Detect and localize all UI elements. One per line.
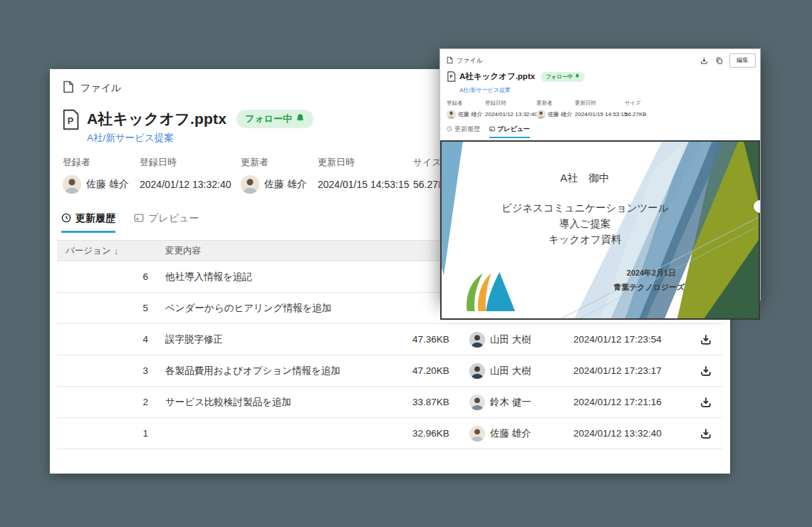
download-button[interactable] — [697, 425, 714, 442]
registrant-label: 登録者 — [447, 100, 485, 107]
updater-name: 佐藤 雄介 — [548, 110, 572, 118]
row-datetime: 2024/01/12 17:21:16 — [569, 397, 689, 407]
registrant-name: 佐藤 雄介 — [86, 178, 129, 191]
row-size: 33.87KB — [404, 397, 469, 407]
avatar — [536, 110, 546, 119]
row-user: 鈴木 健一 — [469, 395, 569, 410]
avatar — [241, 175, 259, 194]
table-row: 3 各製品費用およびオプション情報を追加 47.20KB 山田 大樹 2024/… — [57, 355, 723, 387]
row-datetime: 2024/01/12 13:32:40 — [569, 428, 689, 439]
slide-title-line3: キックオフ資料 — [548, 234, 622, 245]
updater-value: 佐藤 雄介 — [241, 175, 318, 194]
tab-bar: 更新履歴 プレビュー — [447, 125, 760, 138]
app-title: ファイル — [80, 82, 121, 95]
row-version: 2 — [57, 397, 148, 407]
follow-label: フォロー中 — [245, 113, 292, 125]
file-meta: 登録者 佐藤 雄介 登録日時 2024/01/12 13:32:40 更新者 佐… — [447, 100, 760, 119]
row-description: 他社導入情報を追記 — [148, 271, 404, 283]
tab-preview[interactable]: プレビュー — [489, 125, 530, 138]
slide-canvas: A社 御中 ビジネスコミュニケーションツール 導入ご提案 キックオフ資料 202… — [440, 140, 760, 320]
svg-text:P: P — [449, 74, 452, 79]
row-size: 32.96KB — [404, 428, 469, 439]
row-datetime: 2024/01/12 17:23:17 — [569, 365, 689, 376]
row-user: 佐藤 雄介 — [469, 426, 569, 442]
updater-value: 佐藤 雄介 — [536, 110, 575, 119]
row-datetime: 2024/01/12 17:23:54 — [569, 334, 689, 345]
row-size: 47.36KB — [404, 334, 469, 345]
registrant-value: 佐藤 雄介 — [63, 175, 140, 194]
clock-icon — [447, 126, 452, 133]
file-name: A社キックオフ.pptx — [459, 71, 535, 82]
size-value: 56.27KB — [625, 110, 760, 119]
sort-desc-icon: ↓ — [114, 246, 119, 256]
updated-at-label: 更新日時 — [318, 156, 413, 169]
pptx-file-icon: P — [61, 109, 80, 133]
updated-at-value: 2024/01/15 14:53:15 — [318, 175, 413, 194]
avatar — [469, 426, 485, 442]
avatar — [469, 395, 485, 410]
row-user-name: 山田 大樹 — [490, 365, 531, 377]
registered-at-label: 登録日時 — [485, 100, 536, 107]
avatar — [63, 175, 81, 194]
download-button[interactable] — [697, 362, 714, 380]
avatar — [469, 332, 485, 348]
row-description: 誤字脱字修正 — [148, 333, 404, 346]
row-version: 1 — [57, 428, 148, 439]
row-description: ベンダーからのヒアリング情報を追加 — [148, 302, 404, 315]
row-user: 山田 大樹 — [469, 363, 569, 379]
description-column-header: 変更内容 — [148, 245, 404, 257]
tab-preview[interactable]: プレビュー — [134, 212, 199, 233]
copy-icon[interactable] — [714, 56, 724, 66]
follow-label: フォロー中 — [546, 73, 573, 80]
table-row: 2 サービス比較検討製品を追加 33.87KB 鈴木 健一 2024/01/12… — [57, 387, 723, 418]
table-row: 4 誤字脱字修正 47.36KB 山田 大樹 2024/01/12 17:23:… — [57, 324, 723, 355]
download-button[interactable] — [697, 394, 714, 411]
row-version: 5 — [57, 303, 148, 313]
slide-company: 青葉テクノロジーズ — [613, 283, 685, 291]
updater-name: 佐藤 雄介 — [264, 178, 307, 191]
clock-icon — [61, 213, 71, 225]
tab-history-label: 更新履歴 — [454, 125, 480, 134]
slide-date: 2024年2月1日 — [627, 268, 676, 277]
size-label: サイズ — [625, 100, 760, 107]
row-version: 4 — [57, 334, 148, 345]
slide-title-line2: 導入ご提案 — [559, 218, 610, 229]
download-button[interactable] — [697, 331, 714, 348]
tab-history[interactable]: 更新履歴 — [447, 125, 480, 138]
updater-label: 更新者 — [241, 156, 318, 169]
row-size: 47.20KB — [404, 365, 469, 376]
slide-preview-pane: A社 御中 ビジネスコミュニケーションツール 導入ご提案 キックオフ資料 202… — [440, 140, 760, 320]
registrant-value: 佐藤 雄介 — [447, 110, 485, 119]
folder-breadcrumb-link[interactable]: A社/新サービス提案 — [87, 132, 174, 145]
updated-at-value: 2024/01/15 14:53:15 — [575, 110, 625, 119]
file-preview-window: ファイル 編集 P A社キックオフ.pptx — [439, 48, 761, 301]
file-name: A社キックオフ.pptx — [87, 109, 227, 129]
edit-button[interactable]: 編集 — [729, 53, 756, 68]
version-column-header[interactable]: バージョン ↓ — [57, 245, 148, 257]
file-title-block: P A社キックオフ.pptx フォロー中 A社/新サービス提案 — [447, 71, 760, 95]
avatar — [469, 363, 485, 379]
folder-breadcrumb-link[interactable]: A社/新サービス提案 — [459, 86, 511, 94]
tab-preview-label: プレビュー — [148, 212, 199, 225]
tab-history-label: 更新履歴 — [76, 212, 115, 225]
app-title: ファイル — [457, 56, 483, 66]
follow-toggle[interactable]: フォロー中 — [236, 110, 313, 128]
pptx-file-icon: P — [447, 71, 456, 85]
row-description: 各製品費用およびオプション情報を追加 — [148, 365, 404, 377]
preview-icon — [134, 213, 144, 225]
registrant-label: 登録者 — [63, 156, 140, 169]
file-app-icon — [63, 80, 74, 96]
bell-icon — [296, 113, 305, 125]
tab-history[interactable]: 更新履歴 — [61, 212, 115, 233]
bell-icon — [575, 73, 580, 80]
registered-at-value: 2024/01/12 13:32:40 — [485, 110, 536, 119]
file-app-icon — [447, 54, 453, 67]
updated-at-label: 更新日時 — [575, 100, 625, 107]
follow-toggle[interactable]: フォロー中 — [541, 72, 585, 82]
row-version: 6 — [57, 271, 148, 282]
avatar — [447, 110, 456, 119]
svg-text:P: P — [68, 116, 74, 126]
download-button[interactable] — [699, 56, 709, 66]
row-user-name: 鈴木 健一 — [490, 396, 531, 409]
row-user: 山田 大樹 — [469, 332, 569, 348]
